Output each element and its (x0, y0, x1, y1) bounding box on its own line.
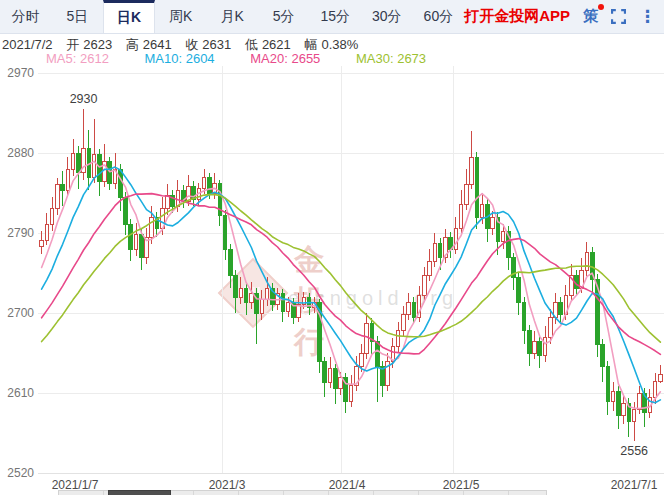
svg-text:2930: 2930 (70, 92, 98, 106)
more-menu-icon[interactable]: ⋮ (639, 8, 656, 25)
low-value: 2621 (262, 37, 291, 52)
svg-text:2880: 2880 (7, 146, 34, 160)
strategy-badge-label: 策 (583, 7, 598, 24)
svg-text:2610: 2610 (7, 386, 34, 400)
quote-row: 2021/7/2 开2623 高2641 收2631 低2621 幅0.38% (0, 36, 664, 51)
close-label: 收 (185, 37, 198, 52)
svg-text:2790: 2790 (7, 226, 34, 240)
ma-legend-row: MA5: 2612 MA10: 2604 MA20: 2655 MA30: 26… (0, 51, 664, 66)
notification-dot-icon (598, 4, 604, 10)
tab-5day[interactable]: 5日 (52, 0, 104, 33)
tab-daily-k[interactable]: 日K (103, 0, 155, 33)
svg-text:2556: 2556 (620, 444, 648, 458)
kline-chart-app: Au 金投行 e.cngold.org 29702880279027002610… (0, 0, 664, 495)
quote-date: 2021/7/2 (2, 37, 53, 52)
svg-text:2520: 2520 (7, 466, 34, 480)
chart-scrollbar-thumb[interactable] (108, 490, 171, 495)
svg-text:2700: 2700 (7, 306, 34, 320)
close-value: 2631 (202, 37, 231, 52)
tab-60min[interactable]: 60分 (413, 0, 465, 33)
tab-15min[interactable]: 15分 (310, 0, 362, 33)
low-label: 低 (245, 37, 258, 52)
tab-5min[interactable]: 5分 (258, 0, 310, 33)
ma10-legend: MA10: 2604 (145, 51, 215, 66)
chart-period-tabbar: 分时 5日 日K 周K 月K 5分 15分 30分 60分 打开金投网APP 策… (0, 0, 664, 34)
svg-text:2970: 2970 (7, 66, 34, 80)
open-label: 开 (66, 37, 79, 52)
high-value: 2641 (143, 37, 172, 52)
tab-30min[interactable]: 30分 (361, 0, 413, 33)
fullscreen-icon[interactable] (611, 9, 626, 24)
open-app-link[interactable]: 打开金投网APP (464, 7, 570, 26)
candlestick-chart-canvas[interactable]: 2970288027902700261025202021/1/72021/320… (0, 0, 664, 495)
ma30-legend: MA30: 2673 (356, 51, 426, 66)
range-label: 幅 (304, 37, 317, 52)
open-value: 2623 (83, 37, 112, 52)
strategy-badge[interactable]: 策 (583, 7, 598, 26)
chart-scrollbar-track[interactable] (58, 490, 547, 495)
range-value: 0.38% (321, 37, 358, 52)
high-label: 高 (126, 37, 139, 52)
svg-text:2021/7/1: 2021/7/1 (611, 478, 658, 492)
ma20-legend: MA20: 2655 (250, 51, 320, 66)
tab-minute[interactable]: 分时 (0, 0, 52, 33)
tab-monthly-k[interactable]: 月K (206, 0, 258, 33)
tab-weekly-k[interactable]: 周K (155, 0, 207, 33)
ma5-legend: MA5: 2612 (46, 51, 109, 66)
